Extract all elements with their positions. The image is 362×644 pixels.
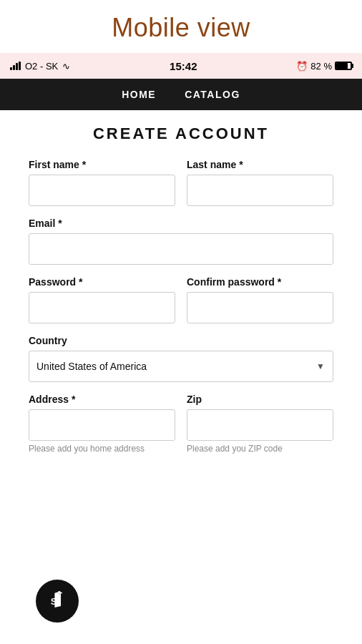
nav-catalog[interactable]: CATALOG	[185, 89, 240, 100]
address-row: Address * Please add you home address Zi…	[29, 394, 333, 454]
first-name-label: First name *	[29, 159, 175, 170]
address-input[interactable]	[29, 409, 175, 441]
email-group: Email *	[29, 218, 333, 265]
shopify-badge[interactable]: S	[36, 580, 79, 623]
alarm-icon: ⏰	[296, 61, 308, 72]
signal-icon	[10, 62, 21, 70]
zip-label: Zip	[187, 394, 333, 405]
first-name-input[interactable]	[29, 175, 175, 206]
name-row: First name * Last name *	[29, 159, 333, 206]
last-name-input[interactable]	[187, 175, 333, 206]
shopify-icon: S	[44, 588, 70, 614]
first-name-group: First name *	[29, 159, 175, 206]
svg-text:S: S	[51, 596, 57, 607]
confirm-password-label: Confirm password *	[187, 276, 333, 288]
country-group: Country United States of America Canada …	[29, 335, 333, 382]
zip-placeholder-text: Please add you ZIP code	[187, 444, 333, 454]
status-right: ⏰ 82 %	[296, 61, 352, 72]
battery-percent: 82 %	[310, 61, 332, 72]
last-name-group: Last name *	[187, 159, 333, 206]
country-select[interactable]: United States of America Canada United K…	[29, 351, 333, 382]
last-name-label: Last name *	[187, 159, 333, 170]
status-bar: O2 - SK ∿ 15:42 ⏰ 82 %	[0, 53, 362, 79]
country-select-wrapper: United States of America Canada United K…	[29, 351, 333, 382]
address-placeholder-text: Please add you home address	[29, 444, 175, 454]
email-input[interactable]	[29, 233, 333, 265]
country-label: Country	[29, 335, 333, 346]
page-title: Mobile view	[0, 0, 362, 53]
form-title: CREATE ACCOUNT	[29, 125, 333, 143]
password-group: Password *	[29, 276, 175, 323]
address-label: Address *	[29, 394, 175, 405]
form-container: CREATE ACCOUNT First name * Last name * …	[0, 110, 362, 487]
wifi-icon: ∿	[62, 61, 70, 72]
confirm-password-group: Confirm password *	[187, 276, 333, 323]
confirm-password-input[interactable]	[187, 292, 333, 323]
zip-group: Zip Please add you ZIP code	[187, 394, 333, 454]
email-label: Email *	[29, 218, 333, 229]
zip-input[interactable]	[187, 409, 333, 441]
status-left: O2 - SK ∿	[10, 61, 70, 72]
carrier-label: O2 - SK	[25, 61, 58, 72]
password-input[interactable]	[29, 292, 175, 323]
nav-home[interactable]: HOME	[122, 89, 156, 100]
navbar: HOME CATALOG	[0, 79, 362, 110]
password-row: Password * Confirm password *	[29, 276, 333, 323]
address-group: Address * Please add you home address	[29, 394, 175, 454]
time-display: 15:42	[170, 60, 197, 72]
battery-icon	[335, 62, 352, 70]
password-label: Password *	[29, 276, 175, 288]
